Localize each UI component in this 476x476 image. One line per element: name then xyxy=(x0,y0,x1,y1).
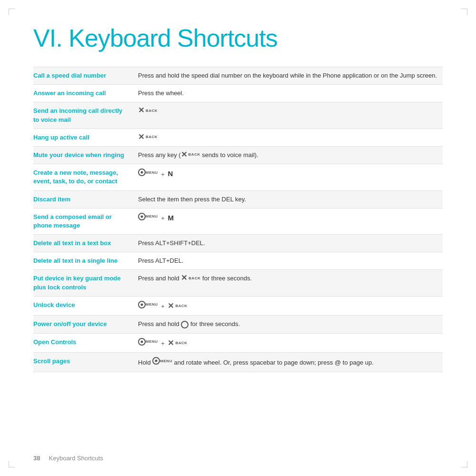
page-title: VI. Keyboard Shortcuts xyxy=(33,24,443,52)
menu-icon: MENU xyxy=(138,213,158,220)
menu-icon: MENU xyxy=(152,357,172,365)
back-icon: ✕BACK xyxy=(138,107,158,114)
page: VI. Keyboard Shortcuts Call a speed dial… xyxy=(0,0,476,476)
action-cell: Send an incoming call directly to voice … xyxy=(33,102,138,129)
action-cell: Call a speed dial number xyxy=(33,67,138,85)
menu-icon: MENU xyxy=(138,301,158,308)
description-cell: MENU + ✕BACK xyxy=(138,333,443,353)
description-cell: Press the wheel. xyxy=(138,85,443,102)
action-cell: Mute your device when ringing xyxy=(33,146,138,164)
back-icon: ✕BACK xyxy=(168,339,187,347)
corner-mark-bl xyxy=(9,461,15,467)
action-cell: Hang up active call xyxy=(33,129,138,146)
back-icon: ✕BACK xyxy=(168,302,187,310)
action-cell: Create a new note, message, event, task,… xyxy=(33,164,138,190)
description-cell: Press and hold for three seconds. xyxy=(138,316,443,333)
footer-page-number: 38 xyxy=(33,455,40,462)
action-cell: Answer an incoming call xyxy=(33,85,138,102)
main-content: VI. Keyboard Shortcuts Call a speed dial… xyxy=(0,0,476,391)
action-cell: Unlock device xyxy=(33,296,138,316)
back-icon: ✕BACK xyxy=(181,151,200,159)
corner-mark-tl xyxy=(9,9,15,15)
description-cell: MENU + N xyxy=(138,164,443,190)
action-cell: Put device in key guard mode plus lock c… xyxy=(33,270,138,296)
description-cell: ✕BACK xyxy=(138,129,443,146)
description-cell: Select the item then press the DEL key. xyxy=(138,190,443,208)
description-cell: ✕BACK xyxy=(138,102,443,129)
description-cell: Press and hold ✕BACK for three seconds. xyxy=(138,270,443,296)
corner-mark-br xyxy=(461,461,467,467)
action-cell: Power on/off your device xyxy=(33,316,138,333)
back-icon: ✕BACK xyxy=(138,133,158,141)
power-icon xyxy=(181,321,188,328)
menu-icon: MENU xyxy=(138,169,158,176)
description-cell: Press and hold the speed dial number on … xyxy=(138,67,443,85)
back-icon: ✕BACK xyxy=(181,274,200,282)
shortcuts-table: Call a speed dial numberPress and hold t… xyxy=(33,67,443,372)
description-cell: Press ALT+DEL. xyxy=(138,252,443,270)
action-cell: Discard item xyxy=(33,190,138,208)
description-cell: MENU + ✕BACK xyxy=(138,296,443,316)
corner-mark-tr xyxy=(461,9,467,15)
action-cell: Scroll pages xyxy=(33,353,138,372)
action-cell: Send a composed email or phone message xyxy=(33,208,138,234)
action-cell: Delete all text in a single line xyxy=(33,252,138,270)
footer: 38 Keyboard Shortcuts xyxy=(33,455,103,462)
description-cell: MENU + M xyxy=(138,208,443,234)
menu-icon: MENU xyxy=(138,338,158,346)
footer-text: Keyboard Shortcuts xyxy=(49,455,103,462)
description-cell: Press any key (✕BACK sends to voice mail… xyxy=(138,146,443,164)
action-cell: Delete all text in a text box xyxy=(33,235,138,252)
description-cell: Press ALT+SHIFT+DEL. xyxy=(138,235,443,252)
action-cell: Open Controls xyxy=(33,333,138,353)
description-cell: Hold MENU and rotate wheel. Or, press sp… xyxy=(138,353,443,372)
